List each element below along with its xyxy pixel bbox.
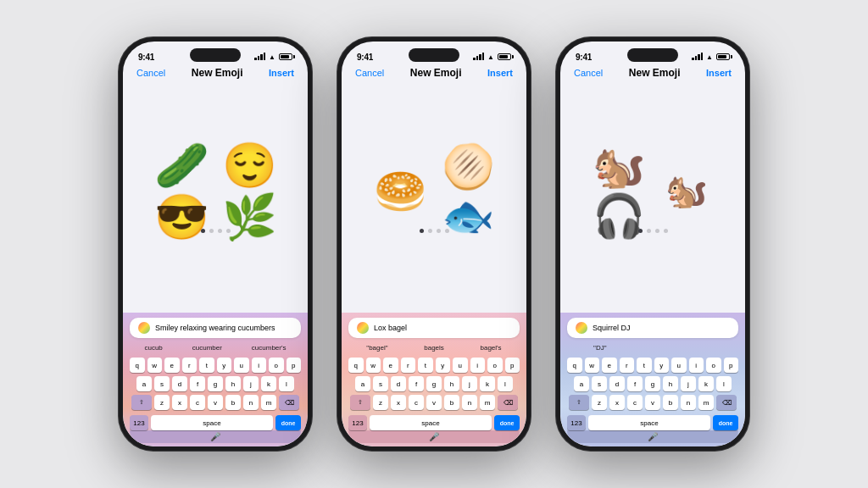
key-w[interactable]: w xyxy=(147,358,163,373)
key-g[interactable]: g xyxy=(208,376,223,391)
key-2-s[interactable]: s xyxy=(373,376,388,391)
key-2-e[interactable]: e xyxy=(383,358,398,373)
shift-key-3[interactable]: ⇧ xyxy=(569,395,589,410)
key-2-f[interactable]: f xyxy=(409,376,424,391)
key-2-v[interactable]: v xyxy=(426,395,442,410)
key-2-q[interactable]: q xyxy=(348,358,364,373)
key-3-a[interactable]: a xyxy=(574,376,589,391)
cucumber-face-emoji[interactable]: 🥒😎 xyxy=(156,166,207,217)
key-2-o[interactable]: o xyxy=(487,358,503,373)
delete-key-1[interactable]: ⌫ xyxy=(279,395,299,410)
key-3-q[interactable]: q xyxy=(567,358,582,373)
key-3-v[interactable]: v xyxy=(645,395,660,410)
key-2-g[interactable]: g xyxy=(426,376,442,391)
key-s[interactable]: s xyxy=(154,376,170,391)
key-2-z[interactable]: z xyxy=(373,395,388,410)
key-2-m[interactable]: m xyxy=(480,395,495,410)
delete-key-3[interactable]: ⌫ xyxy=(716,395,737,410)
key-3-f[interactable]: f xyxy=(627,376,643,391)
num-key-3[interactable]: 123 xyxy=(567,415,586,430)
suggestion-3-3[interactable] xyxy=(709,342,715,353)
num-key-2[interactable]: 123 xyxy=(348,415,367,430)
key-3-p[interactable]: p xyxy=(724,358,739,373)
insert-button-3[interactable]: Insert xyxy=(706,68,732,78)
insert-button-2[interactable]: Insert xyxy=(487,68,513,78)
key-3-g[interactable]: g xyxy=(645,376,660,391)
key-3-r[interactable]: r xyxy=(620,358,635,373)
key-3-b[interactable]: b xyxy=(663,395,678,410)
key-3-l[interactable]: l xyxy=(716,376,732,391)
key-2-w[interactable]: w xyxy=(366,358,381,373)
key-i[interactable]: i xyxy=(252,358,267,373)
shift-key-2[interactable]: ⇧ xyxy=(350,395,370,410)
key-h[interactable]: h xyxy=(225,376,241,391)
space-key-3[interactable]: space xyxy=(588,415,710,430)
relaxed-face-emoji[interactable]: 😌🌿 xyxy=(224,166,275,217)
suggestion-2-2[interactable]: bagels xyxy=(420,342,448,353)
key-d[interactable]: d xyxy=(172,376,187,391)
key-3-o[interactable]: o xyxy=(706,358,721,373)
space-key-1[interactable]: space xyxy=(151,415,273,430)
search-input-2[interactable]: Lox bagel xyxy=(348,318,520,338)
key-2-p[interactable]: p xyxy=(505,358,520,373)
key-l[interactable]: l xyxy=(279,376,294,391)
num-key-1[interactable]: 123 xyxy=(130,415,148,430)
key-2-a[interactable]: a xyxy=(355,376,370,391)
key-2-d[interactable]: d xyxy=(391,376,406,391)
search-input-3[interactable]: Squirrel DJ xyxy=(567,318,738,338)
key-3-x[interactable]: x xyxy=(609,395,625,410)
key-3-z[interactable]: z xyxy=(592,395,607,410)
key-b[interactable]: b xyxy=(225,395,241,410)
key-c[interactable]: c xyxy=(190,395,205,410)
suggestion-1-3[interactable]: cucumber's xyxy=(248,342,290,353)
key-k[interactable]: k xyxy=(261,376,276,391)
key-r[interactable]: r xyxy=(182,358,198,373)
salmon-plate-emoji[interactable]: 🫓🐟 xyxy=(442,166,493,217)
key-2-b[interactable]: b xyxy=(444,395,459,410)
key-2-h[interactable]: h xyxy=(444,376,459,391)
microphone-icon-3[interactable]: 🎤 xyxy=(648,432,658,441)
done-key-1[interactable]: done xyxy=(275,415,301,430)
key-t[interactable]: t xyxy=(199,358,214,373)
suggestion-3-2[interactable] xyxy=(656,342,663,353)
key-n[interactable]: n xyxy=(243,395,259,410)
key-2-l[interactable]: l xyxy=(498,376,513,391)
key-f[interactable]: f xyxy=(190,376,205,391)
insert-button-1[interactable]: Insert xyxy=(269,68,294,78)
microphone-icon-2[interactable]: 🎤 xyxy=(429,432,439,441)
key-3-k[interactable]: k xyxy=(698,376,714,391)
key-v[interactable]: v xyxy=(208,395,223,410)
key-3-j[interactable]: j xyxy=(681,376,696,391)
key-3-s[interactable]: s xyxy=(592,376,607,391)
suggestion-1-1[interactable]: cucub xyxy=(141,342,165,353)
key-2-t[interactable]: t xyxy=(418,358,433,373)
space-key-2[interactable]: space xyxy=(370,415,492,430)
suggestion-3-1[interactable]: "DJ" xyxy=(590,342,609,353)
key-3-e[interactable]: e xyxy=(602,358,617,373)
suggestion-2-1[interactable]: "bagel" xyxy=(363,342,391,353)
key-2-r[interactable]: r xyxy=(401,358,416,373)
key-3-y[interactable]: y xyxy=(654,358,670,373)
key-3-n[interactable]: n xyxy=(681,395,696,410)
key-j[interactable]: j xyxy=(243,376,259,391)
key-p[interactable]: p xyxy=(287,358,302,373)
cancel-button-3[interactable]: Cancel xyxy=(574,68,603,78)
key-x[interactable]: x xyxy=(172,395,187,410)
search-input-1[interactable]: Smiley relaxing wearing cucumbers xyxy=(130,318,301,338)
key-2-y[interactable]: y xyxy=(436,358,451,373)
key-y[interactable]: y xyxy=(217,358,232,373)
key-m[interactable]: m xyxy=(261,395,276,410)
key-3-m[interactable]: m xyxy=(698,395,714,410)
key-2-x[interactable]: x xyxy=(391,395,406,410)
suggestion-2-3[interactable]: bagel's xyxy=(477,342,505,353)
key-a[interactable]: a xyxy=(136,376,152,391)
key-2-c[interactable]: c xyxy=(409,395,424,410)
key-2-j[interactable]: j xyxy=(462,376,477,391)
key-3-w[interactable]: w xyxy=(585,358,600,373)
key-3-i[interactable]: i xyxy=(689,358,704,373)
squirrel-small-emoji[interactable]: 🐿️ xyxy=(661,166,712,217)
done-key-3[interactable]: done xyxy=(713,415,738,430)
done-key-2[interactable]: done xyxy=(494,415,520,430)
key-2-u[interactable]: u xyxy=(453,358,468,373)
key-u[interactable]: u xyxy=(234,358,249,373)
